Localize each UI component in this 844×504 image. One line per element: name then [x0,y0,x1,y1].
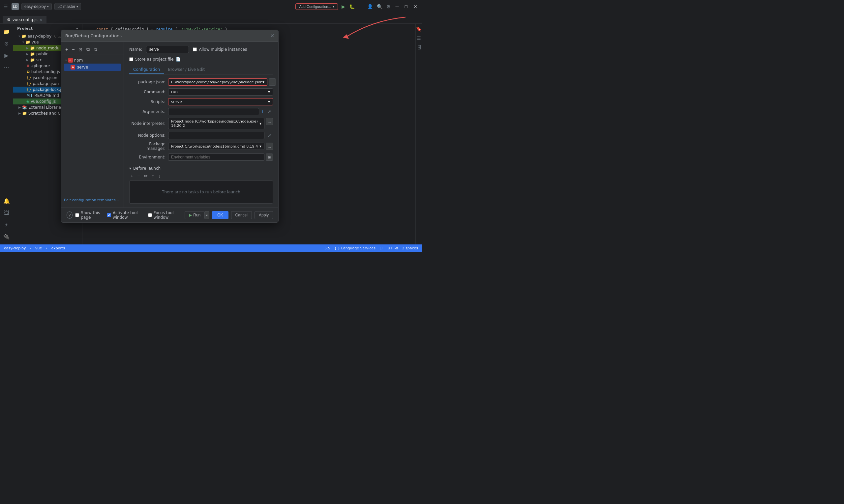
folder-icon: 📁 [22,111,27,115]
status-line-ending[interactable]: LF [379,246,383,250]
tab-browser-live[interactable]: Browser / Live Edit [164,66,209,74]
add-config-icon[interactable]: + [64,46,69,53]
focus-tool-window-checkbox[interactable] [148,213,152,217]
package-json-browse-button[interactable]: … [269,78,276,86]
edit-templates-link[interactable]: Edit configuration templates... [64,198,119,202]
help-button[interactable]: ? [67,212,72,219]
allow-multiple-checkbox[interactable] [193,48,197,51]
copy-config-icon[interactable]: ⊡ [77,46,84,53]
node-options-input[interactable] [168,132,264,139]
debug-button[interactable]: 🐛 [348,3,356,10]
arguments-add-icon[interactable]: + [260,109,264,114]
arguments-expand-button[interactable]: ⤢ [266,108,273,115]
scripts-select[interactable]: serve ▾ [168,98,273,105]
status-bar: easy-deploy › vue › exports 5:5 { } Lang… [0,245,422,252]
activate-tool-window-text: Activate tool window [113,211,145,220]
run-button-group: ▶ Run ▾ [185,211,209,219]
status-exports[interactable]: exports [51,246,65,250]
right-db-icon[interactable]: 🗄 [417,45,421,50]
name-input[interactable] [146,46,189,53]
maximize-button[interactable]: □ [403,3,410,10]
status-project[interactable]: easy-deploy [4,246,26,250]
status-encoding[interactable]: UTF-8 [387,246,398,250]
before-launch-edit-button[interactable]: ✏ [142,173,149,179]
node-options-expand-button[interactable]: ⤢ [266,132,273,139]
tab-close-icon[interactable]: ✕ [39,18,42,22]
before-launch-add-button[interactable]: + [129,173,135,179]
status-vue[interactable]: vue [35,246,42,250]
run-dialog-button[interactable]: ▶ Run [185,211,205,219]
package-manager-label: Package manager: [129,142,166,151]
allow-multiple-label: Allow multiple instances [199,47,247,52]
remove-config-icon[interactable]: − [71,46,76,53]
right-list-icon[interactable]: ☰ [417,36,421,41]
select-chevron-icon: ▾ [259,144,261,148]
config-item-serve[interactable]: n serve [64,64,121,71]
environment-edit-button[interactable]: ⊞ [266,154,273,161]
status-indent[interactable]: 2 spaces [402,246,418,250]
activity-run[interactable]: ▶ [1,50,12,60]
command-select[interactable]: run ▾ [168,88,273,95]
arguments-input[interactable] [168,108,259,115]
settings-button[interactable]: ⚙ [385,3,392,10]
focus-tool-window-label[interactable]: Focus tool window [148,211,182,220]
apply-button[interactable]: Apply [255,211,273,219]
run-dropdown-button[interactable]: ▾ [205,211,209,219]
close-button[interactable]: ✕ [411,3,419,10]
package-manager-select[interactable]: Project C:\workspace\nodejs16\npm.cmd 8.… [168,143,264,150]
before-launch-up-button[interactable]: ↑ [150,173,155,179]
before-launch-chevron[interactable]: ▾ [129,166,131,170]
window-controls: ─ □ ✕ [394,3,419,10]
form-row-package-json: package.json: C:\workspace\oslee\easy-de… [129,78,273,86]
before-launch-area: There are no tasks to run before launch [129,181,273,203]
hamburger-menu[interactable]: ☰ [3,3,9,10]
dialog-left-toolbar: + − ⊡ ⧉ ⇅ [61,44,124,54]
package-json-select[interactable]: C:\workspace\oslee\easy-deploy\vue\packa… [168,78,268,86]
dialog-left-panel: + − ⊡ ⧉ ⇅ ▾ n npm n serve Edit configura… [61,42,124,208]
activity-commit[interactable]: ⊗ [1,38,12,49]
project-name-button[interactable]: easy-deploy ▾ [21,3,52,10]
before-launch-down-button[interactable]: ↓ [157,173,161,179]
store-as-project-checkbox[interactable] [129,57,133,61]
profile-button[interactable]: 👤 [366,3,374,10]
environment-input[interactable] [168,154,264,161]
before-launch-remove-button[interactable]: − [136,173,141,179]
search-button[interactable]: 🔍 [376,3,383,10]
package-manager-browse-button[interactable]: … [266,143,273,150]
minimize-button[interactable]: ─ [394,3,401,10]
json-icon: {} [27,82,31,86]
before-launch-label: Before launch [133,166,160,170]
move-config-icon[interactable]: ⧉ [85,46,91,53]
show-this-page-checkbox[interactable] [75,213,79,217]
activate-tool-window-checkbox[interactable] [107,213,111,217]
run-button[interactable]: ▶ [341,3,346,10]
more-actions-button[interactable]: ⋮ [358,3,364,10]
tab-configuration[interactable]: Configuration [129,66,164,74]
activity-project[interactable]: 📁 [1,26,12,37]
folder-icon: 📁 [30,46,35,50]
right-bookmark-icon[interactable]: 🔖 [416,26,422,32]
branch-button[interactable]: ⎇ master ▾ [54,3,82,10]
tab-vue-config[interactable]: ⚙ vue.config.js ✕ [3,16,47,23]
environment-label: Environment: [129,155,166,159]
run-label: Run [193,213,201,217]
branch-icon: ⎇ [57,4,62,9]
node-interpreter-select[interactable]: Project node (C:\workspace\nodejs16\node… [168,118,264,129]
add-configuration-button[interactable]: Add Configuration... ▾ [295,3,338,10]
name-label: Name: [129,47,142,52]
node-interpreter-browse-button[interactable]: … [266,118,273,125]
status-language-services[interactable]: { } Language Services [334,246,376,250]
ok-button[interactable]: OK [212,211,228,219]
cancel-button[interactable]: Cancel [231,211,252,219]
activity-plugins[interactable]: 🔌 [1,231,12,242]
chevron-icon: ▾ [18,35,20,38]
activity-image[interactable]: 🖼 [1,208,12,218]
dialog-close-button[interactable]: ✕ [270,33,274,39]
show-this-page-label[interactable]: Show this page [75,211,104,220]
sort-config-icon[interactable]: ⇅ [92,46,99,53]
activity-notifications[interactable]: 🔔 [1,196,12,206]
activate-tool-window-label[interactable]: Activate tool window [107,211,145,220]
activity-dots[interactable]: ⋯ [1,62,12,72]
activity-terminal[interactable]: ⚡ [1,219,12,230]
config-group-header-npm[interactable]: ▾ n npm [64,57,121,64]
